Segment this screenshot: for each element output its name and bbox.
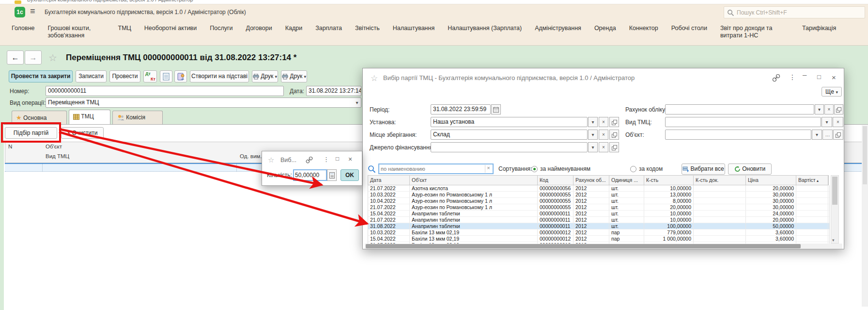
menu-item-11[interactable]: Налаштування (Зарплата) bbox=[448, 25, 522, 45]
table-row[interactable]: 15.04.2022Бахіли 13 мкм 02,1900000000012… bbox=[368, 236, 829, 242]
account-open-button[interactable] bbox=[834, 104, 843, 114]
batch-col-1[interactable]: Дата bbox=[368, 176, 410, 185]
menu-item-7[interactable]: Кадри bbox=[285, 25, 302, 45]
menu-item-16[interactable]: Звіт про доходи та витрати 1-НС bbox=[720, 25, 789, 45]
account-input[interactable] bbox=[665, 104, 814, 114]
get-link-icon[interactable] bbox=[306, 157, 313, 163]
funding-source-input[interactable] bbox=[431, 142, 588, 152]
object-dropdown-button[interactable]: ▾ bbox=[812, 130, 822, 140]
sort-by-code-label[interactable]: за кодом bbox=[639, 165, 663, 172]
batch-col-6[interactable]: К-сть bbox=[644, 176, 694, 185]
pick-batches-button[interactable]: Підбір партій bbox=[5, 127, 57, 139]
maximize-icon[interactable]: □ bbox=[817, 73, 821, 81]
post-and-close-button[interactable]: Провести та закрити bbox=[9, 70, 73, 82]
storage-clear-button[interactable]: × bbox=[599, 130, 608, 140]
object-open-button[interactable] bbox=[833, 130, 843, 140]
batch-col-2[interactable]: Об'єкт bbox=[410, 176, 538, 185]
tmc-kind-dropdown-button[interactable]: ▾ bbox=[822, 117, 832, 127]
name-search-box[interactable]: × bbox=[378, 163, 494, 174]
print-button-2[interactable]: Друк ▾ bbox=[281, 70, 307, 82]
batch-col-4[interactable]: Рахунок об... bbox=[574, 176, 609, 185]
table-row[interactable]: 10.03.2022Азур-еозин по Романовському 1 … bbox=[368, 192, 829, 198]
account-dropdown-button[interactable]: ▾ bbox=[815, 104, 824, 114]
close-icon[interactable]: × bbox=[832, 73, 836, 82]
main-menu-hamburger-icon[interactable]: ≡ bbox=[30, 6, 35, 16]
menu-item-17[interactable]: Тарифікація bbox=[802, 25, 836, 45]
menu-item-12[interactable]: Адміністрування bbox=[535, 25, 581, 45]
sort-by-name-label[interactable]: за найменуванням bbox=[540, 165, 590, 172]
global-search-input[interactable] bbox=[737, 7, 863, 17]
registry-journal-button[interactable] bbox=[174, 70, 187, 82]
print-button-1[interactable]: Друк ▾ bbox=[252, 70, 278, 82]
storage-open-button[interactable] bbox=[609, 130, 619, 140]
menu-item-4[interactable]: Необоротні активи bbox=[144, 25, 197, 45]
period-input[interactable]: 31.08.2022 23:59:59 bbox=[431, 104, 491, 114]
batch-col-5[interactable]: Одиниця ... bbox=[609, 176, 644, 185]
main-table-col-n[interactable]: N bbox=[5, 142, 43, 163]
refresh-button[interactable]: Оновити bbox=[728, 163, 772, 175]
tab-main[interactable]: ★ Основна bbox=[12, 111, 67, 124]
quantity-input[interactable]: 50,00000 bbox=[293, 169, 327, 181]
tab-commission[interactable]: Комісія bbox=[112, 111, 163, 124]
global-search[interactable] bbox=[724, 6, 865, 18]
organization-input[interactable]: Наша установа bbox=[431, 117, 588, 127]
favorite-star-icon[interactable]: ☆ bbox=[268, 156, 274, 164]
menu-item-8[interactable]: Зарплата bbox=[315, 25, 342, 45]
main-vertical-scrollbar-thumb[interactable] bbox=[863, 126, 867, 184]
funding-clear-button[interactable]: × bbox=[599, 142, 608, 152]
table-row[interactable]: 21.07.2022Азотна кислота000000000562012ш… bbox=[368, 185, 829, 192]
batch-table-hscrollbar[interactable] bbox=[365, 244, 842, 249]
tab-tmc[interactable]: ТМЦ bbox=[69, 110, 110, 124]
batch-table-header[interactable]: ДатаОб'єктКодРахунок об...Одиниця ...К-с… bbox=[368, 175, 829, 185]
forward-button[interactable]: → bbox=[25, 50, 42, 65]
select-all-button[interactable]: Вибрати все bbox=[682, 163, 725, 175]
back-button[interactable]: ← bbox=[7, 50, 24, 65]
menu-item-2[interactable]: Грошові кошти, зобов'язання bbox=[48, 25, 105, 45]
favorite-star-icon[interactable]: ☆ bbox=[371, 73, 378, 83]
clear-button[interactable]: × Очистити bbox=[61, 127, 104, 139]
table-row[interactable]: 31.08.2022Анаприлин таблетки000000000112… bbox=[368, 223, 829, 229]
tmc-kind-clear-button[interactable]: × bbox=[833, 117, 843, 127]
table-row[interactable]: 21.07.2022Азур-еозин по Романовському 1 … bbox=[368, 204, 829, 211]
document-structure-button[interactable] bbox=[160, 70, 172, 82]
batch-col-3[interactable]: Код bbox=[538, 176, 574, 185]
menu-item-6[interactable]: Договори bbox=[246, 25, 272, 45]
create-based-on-button[interactable]: Створити на підставі ▾ bbox=[190, 70, 249, 82]
post-button[interactable]: Провести bbox=[109, 70, 140, 82]
menu-item-3[interactable]: ТМЦ bbox=[118, 25, 131, 45]
menu-item-10[interactable]: Налаштування bbox=[393, 25, 434, 45]
organization-clear-button[interactable]: × bbox=[599, 117, 608, 127]
organization-open-button[interactable] bbox=[609, 117, 619, 127]
period-calendar-button[interactable] bbox=[491, 104, 501, 114]
funding-open-button[interactable] bbox=[609, 142, 619, 152]
operation-kind-dropdown-button[interactable]: ▾ bbox=[352, 98, 362, 107]
sort-by-name-radio[interactable] bbox=[531, 166, 538, 172]
main-vertical-scrollbar[interactable] bbox=[862, 125, 868, 307]
organization-dropdown-button[interactable]: ▾ bbox=[588, 117, 598, 127]
table-row[interactable]: 10.03.2022Бахіли 13 мкм 02,1900000000012… bbox=[368, 229, 829, 236]
object-more-button[interactable]: … bbox=[822, 130, 833, 140]
account-clear-button[interactable]: × bbox=[824, 104, 834, 114]
tmc-kind-input[interactable] bbox=[665, 117, 821, 127]
maximize-icon[interactable]: □ bbox=[336, 155, 339, 162]
storage-dropdown-button[interactable]: ▾ bbox=[588, 130, 598, 140]
quantity-calculator-button[interactable] bbox=[327, 169, 337, 181]
dt-kt-postings-button[interactable]: Дт Кт bbox=[143, 70, 157, 82]
table-row[interactable]: 15.04.2022Анаприлин таблетки000000000112… bbox=[368, 211, 829, 217]
menu-item-9[interactable]: Звітність bbox=[355, 25, 380, 45]
menu-item-1[interactable]: Головне bbox=[12, 25, 35, 45]
batch-table-vscrollbar-thumb[interactable] bbox=[832, 177, 837, 205]
get-link-icon[interactable] bbox=[772, 74, 780, 82]
name-search-input[interactable] bbox=[381, 165, 482, 173]
storage-input[interactable]: Склад bbox=[431, 130, 588, 140]
menu-item-14[interactable]: Коннектор bbox=[629, 25, 658, 45]
number-input[interactable]: 000000000011 bbox=[46, 86, 284, 96]
search-clear-button[interactable]: × bbox=[485, 165, 492, 173]
sort-by-code-radio[interactable] bbox=[630, 166, 636, 172]
batch-col-7[interactable]: К-сть док. bbox=[694, 176, 746, 185]
batch-table-hscrollbar-thumb[interactable] bbox=[366, 244, 801, 248]
date-input[interactable]: 31.08.2022 13:27:14 bbox=[306, 86, 361, 96]
menu-item-13[interactable]: Оренда bbox=[594, 25, 616, 45]
main-table-col-kind[interactable]: Вид ТМЦ bbox=[43, 152, 237, 163]
menu-item-5[interactable]: Послуги bbox=[210, 25, 232, 45]
